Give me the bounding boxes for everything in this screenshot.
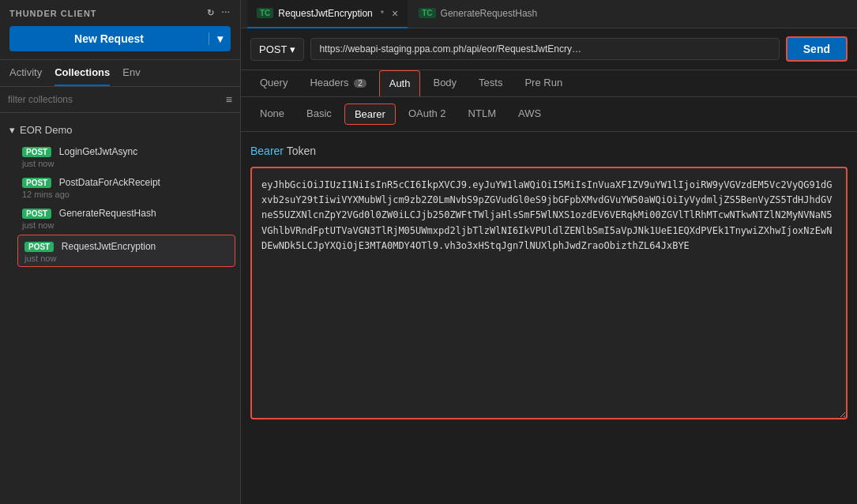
url-bar: POST ▾ Send [241,28,857,70]
sidebar-tabs: Activity Collections Env [0,60,240,87]
request-time-postdata: 12 mins ago [22,190,231,199]
bearer-prefix: Bearer [250,145,284,157]
send-button[interactable]: Send [786,36,848,62]
tab-generate-hash[interactable]: TC GenerateRequestHash [409,0,547,28]
header-icons[interactable]: ↻ ⋯ [207,8,231,18]
url-input[interactable] [310,38,779,60]
headers-badge: 2 [354,79,366,88]
auth-tab-none[interactable]: None [250,103,294,125]
refresh-icon[interactable]: ↻ [207,8,215,18]
request-item-jwt[interactable]: POST RequestJwtEncryption just now [17,235,235,267]
tab-request-jwt[interactable]: TC RequestJwtEncryption * × [247,0,408,28]
collection-chevron-icon: ▾ [9,124,15,136]
bearer-token-input[interactable] [250,167,848,419]
method-badge-postdata: POST [22,178,51,188]
req-tab-body[interactable]: Body [423,70,466,96]
tabs-bar: TC RequestJwtEncryption * × TC GenerateR… [241,0,857,28]
request-name-generate: GenerateRequestHash [59,208,156,219]
method-dropdown[interactable]: POST ▾ [250,38,304,61]
req-tab-headers[interactable]: Headers 2 [300,70,375,96]
request-item-generate[interactable]: POST GenerateRequestHash just now [0,202,240,233]
method-badge-generate: POST [22,209,51,219]
request-tabs: Query Headers 2 Auth Body Tests Pre Run [241,70,857,97]
req-tab-query[interactable]: Query [250,70,297,96]
collection-name: EOR Demo [20,124,72,136]
auth-tab-basic[interactable]: Basic [297,103,341,125]
tab-modified-indicator: * [381,9,384,18]
request-time-login: just now [22,159,231,168]
method-badge-login: POST [22,147,51,157]
request-name-postdata: PostDataForAckReceipt [59,177,160,188]
tab-label-jwt: RequestJwtEncryption [278,8,372,19]
filter-menu-icon[interactable]: ≡ [226,93,232,106]
tab-tc-icon-hash: TC [419,8,435,18]
auth-tab-oauth2[interactable]: OAuth 2 [399,103,456,125]
sidebar-header: THUNDER CLIENT ↻ ⋯ New Request ▾ [0,0,240,60]
auth-sub-tabs: None Basic Bearer OAuth 2 NTLM AWS [241,97,857,132]
request-name-jwt: RequestJwtEncryption [62,241,156,252]
method-chevron-icon: ▾ [290,43,295,55]
new-request-chevron-icon[interactable]: ▾ [209,32,231,45]
more-icon[interactable]: ⋯ [221,8,231,18]
collection-header-eor-demo[interactable]: ▾ EOR Demo [0,119,240,141]
new-request-label: New Request [9,32,209,45]
req-tab-prerun[interactable]: Pre Run [515,70,572,96]
request-item-postdata[interactable]: POST PostDataForAckReceipt 12 mins ago [0,171,240,202]
new-request-button[interactable]: New Request ▾ [9,26,231,51]
request-item-login[interactable]: POST LoginGetJwtAsync just now [0,141,240,171]
thunder-title-bar: THUNDER CLIENT ↻ ⋯ [9,8,231,18]
tab-tc-icon-jwt: TC [257,8,273,18]
sidebar-tab-env[interactable]: Env [122,66,140,86]
app-title: THUNDER CLIENT [9,9,97,18]
request-time-generate: just now [22,220,231,230]
sidebar-tab-collections[interactable]: Collections [55,66,110,86]
request-time-jwt: just now [24,254,228,263]
sidebar-content: ▾ EOR Demo POST LoginGetJwtAsync just no… [0,113,240,504]
request-name-login: LoginGetJwtAsync [59,146,137,157]
tab-close-jwt[interactable]: × [392,7,398,20]
req-tab-tests[interactable]: Tests [469,70,512,96]
bearer-token-word: Token [287,145,316,157]
req-tab-auth[interactable]: Auth [379,70,421,96]
auth-tab-ntlm[interactable]: NTLM [459,103,506,125]
auth-tab-bearer[interactable]: Bearer [344,103,396,125]
method-label: POST [259,43,287,55]
sidebar-tab-activity[interactable]: Activity [9,66,42,86]
bearer-section: Bearer Token [241,132,857,504]
filter-collections-input[interactable] [8,94,220,105]
method-badge-jwt: POST [24,242,54,252]
sidebar-search-bar: ≡ [0,87,240,113]
bearer-title: Bearer Token [250,145,848,157]
tab-label-hash: GenerateRequestHash [441,8,538,19]
sidebar: THUNDER CLIENT ↻ ⋯ New Request ▾ Activit… [0,0,241,504]
auth-tab-aws[interactable]: AWS [509,103,551,125]
main-panel: TC RequestJwtEncryption * × TC GenerateR… [241,0,857,504]
